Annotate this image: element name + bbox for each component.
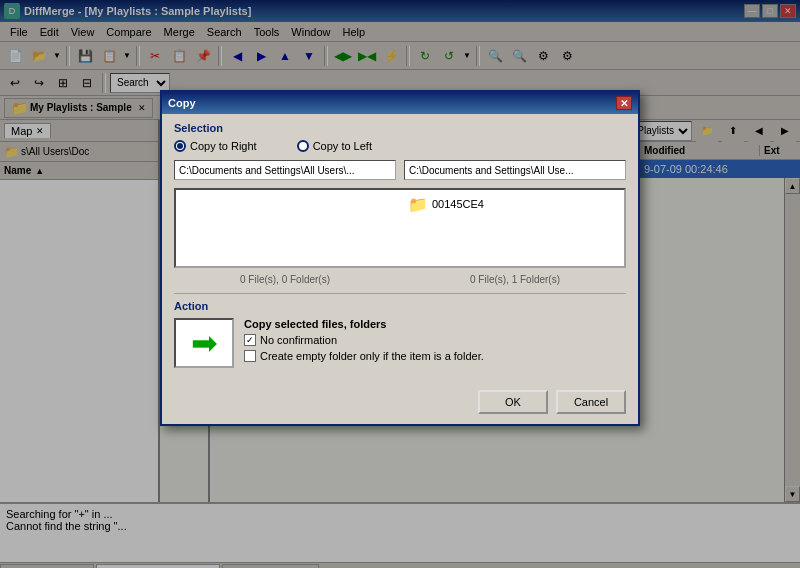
selection-label: Selection	[174, 122, 626, 134]
cancel-button[interactable]: Cancel	[556, 390, 626, 414]
action-label: Action	[174, 300, 626, 312]
file-row-right: 📁 00145CE4	[408, 194, 620, 214]
right-path-box: C:\Documents and Settings\All Use...	[404, 160, 626, 180]
path-boxes: C:\Documents and Settings\All Users\... …	[174, 160, 626, 180]
action-icon-box: ➡	[174, 318, 234, 368]
ok-button[interactable]: OK	[478, 390, 548, 414]
empty-folder-checkbox[interactable]	[244, 350, 256, 362]
left-path-box: C:\Documents and Settings\All Users\...	[174, 160, 396, 180]
action-arrow-icon: ➡	[191, 324, 218, 362]
modal-close-button[interactable]: ✕	[616, 96, 632, 110]
modal-footer: OK Cancel	[162, 384, 638, 424]
copy-right-radio[interactable]	[174, 140, 186, 152]
modal-title: Copy	[168, 97, 196, 109]
section-divider	[174, 293, 626, 294]
modal-overlay: Copy ✕ Selection Copy to Right	[0, 0, 800, 568]
file-display-area: 📁 00145CE4	[174, 188, 626, 268]
file-display-right: 📁 00145CE4	[400, 194, 620, 262]
copy-left-radio[interactable]	[297, 140, 309, 152]
copy-right-option[interactable]: Copy to Right	[174, 140, 257, 152]
copy-dialog: Copy ✕ Selection Copy to Right	[160, 90, 640, 426]
right-summary: 0 File(s), 1 Folder(s)	[404, 274, 626, 285]
empty-folder-row[interactable]: Create empty folder only if the item is …	[244, 350, 626, 362]
action-details: Copy selected files, folders No confirma…	[244, 318, 626, 362]
file-folder-icon: 📁	[408, 195, 428, 214]
no-confirmation-label: No confirmation	[260, 334, 337, 346]
copy-left-label: Copy to Left	[313, 140, 372, 152]
modal-title-bar: Copy ✕	[162, 92, 638, 114]
empty-folder-label: Create empty folder only if the item is …	[260, 350, 484, 362]
copy-right-label: Copy to Right	[190, 140, 257, 152]
no-confirmation-row[interactable]: No confirmation	[244, 334, 626, 346]
modal-body: Selection Copy to Right Copy to Left	[162, 114, 638, 384]
file-display-left	[180, 194, 392, 262]
left-summary: 0 File(s), 0 Folder(s)	[174, 274, 396, 285]
no-confirmation-checkbox[interactable]	[244, 334, 256, 346]
summary-row: 0 File(s), 0 Folder(s) 0 File(s), 1 Fold…	[174, 274, 626, 285]
action-section: ➡ Copy selected files, folders No confir…	[174, 318, 626, 368]
file-name-right: 00145CE4	[432, 198, 484, 210]
action-title: Copy selected files, folders	[244, 318, 626, 330]
copy-left-option[interactable]: Copy to Left	[297, 140, 372, 152]
file-display-content: 📁 00145CE4	[176, 190, 624, 266]
